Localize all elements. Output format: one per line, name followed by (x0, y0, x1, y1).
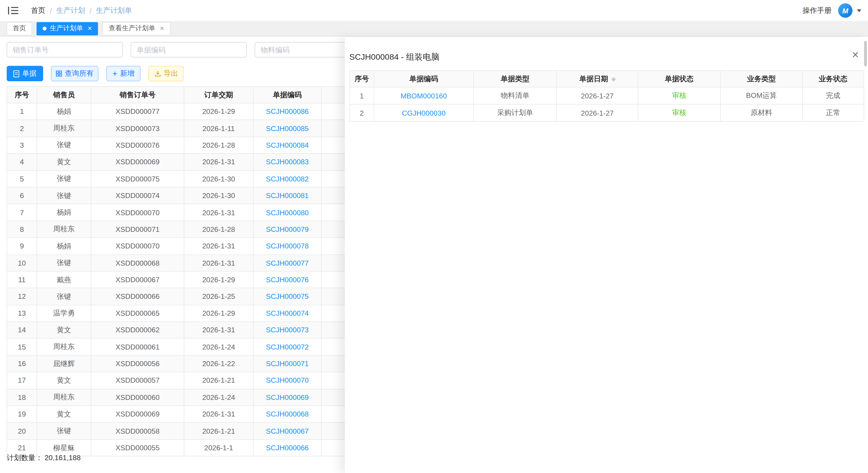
drawer-close-icon[interactable]: ✕ (852, 51, 859, 60)
row-doc-code-link[interactable]: SCJH000074 (266, 309, 309, 317)
drawer-col-no: 序号 (349, 70, 374, 87)
query-all-button-label: 查询所有 (65, 69, 94, 79)
row-doc-code-link[interactable]: SCJH000075 (266, 293, 309, 301)
tab-view-production-plan-order[interactable]: 查看生产计划单 ✕ (102, 22, 170, 35)
row-doc-code-link[interactable]: SCJH000082 (266, 175, 309, 183)
row-doc-code-link[interactable]: SCJH000078 (266, 242, 309, 250)
row-doc-code: SCJH000074 (253, 305, 321, 322)
row-salesperson: 周桂东 (37, 389, 91, 406)
row-doc-code: SCJH000070 (253, 372, 321, 389)
document-button-label: 单据 (22, 69, 36, 79)
tab-production-plan-order[interactable]: 生产计划单 ✕ (36, 22, 98, 35)
row-doc-code: SCJH000066 (253, 440, 321, 457)
row-doc-code-link[interactable]: SCJH000083 (266, 158, 309, 166)
drawer-table-body: 1MBOM000160物料清单2026-1-27审核BOM运算完成2CGJH00… (349, 87, 864, 122)
manual-link[interactable]: 操作手册 (803, 5, 832, 15)
tab-home[interactable]: 首页 (7, 22, 32, 35)
row-salesperson: 温学勇 (37, 305, 91, 322)
row-doc-code-link[interactable]: SCJH000073 (266, 326, 309, 334)
app-logo[interactable]: M (838, 3, 852, 18)
row-sales-order: XSDD000065 (91, 305, 184, 322)
row-due-date: 2026-1-21 (184, 372, 253, 389)
row-doc-code: SCJH000075 (253, 288, 321, 305)
row-salesperson: 屈继辉 (37, 355, 91, 372)
row-doc-code: SCJH000083 (253, 154, 321, 170)
row-doc-code: SCJH000081 (253, 187, 321, 204)
plan-quantity-summary: 计划数量： 20,161,188 (7, 453, 81, 463)
tab-close-icon[interactable]: ✕ (160, 25, 164, 31)
row-no: 16 (7, 355, 37, 372)
row-doc-code-link[interactable]: SCJH000072 (266, 343, 309, 351)
drawer-col-doc-type: 单据类型 (474, 70, 557, 87)
top-header: 首页 / 生产计划 / 生产计划单 操作手册 M (0, 0, 868, 21)
row-doc-code-link[interactable]: SCJH000081 (266, 191, 309, 200)
row-sales-order: XSDD000076 (91, 137, 184, 154)
row-due-date: 2026-1-28 (184, 221, 253, 238)
row-salesperson: 黄文 (37, 154, 91, 170)
tab-bar: 首页 生产计划单 ✕ 查看生产计划单 ✕ (0, 21, 868, 36)
row-no: 5 (7, 170, 37, 187)
row-salesperson: 杨娟 (37, 238, 91, 255)
scrollbar-thumb[interactable] (864, 41, 867, 66)
row-doc-code-link[interactable]: SCJH000071 (266, 360, 309, 368)
row-doc-code-link[interactable]: SCJH000084 (266, 141, 309, 149)
row-doc-code-link[interactable]: SCJH000076 (266, 275, 309, 284)
tab-close-icon[interactable]: ✕ (88, 25, 92, 31)
row-doc-code-link[interactable]: SCJH000067 (266, 427, 309, 435)
breadcrumb-production-plan-order[interactable]: 生产计划单 (96, 5, 132, 15)
row-salesperson: 张键 (37, 288, 91, 305)
row-doc-code-link[interactable]: SCJH000085 (266, 124, 309, 133)
download-icon (154, 70, 161, 77)
active-dot-icon (42, 27, 46, 30)
row-doc-code-link[interactable]: SCJH000066 (266, 444, 309, 452)
row-no: 1 (349, 87, 374, 104)
sort-icon (611, 77, 616, 81)
row-due-date: 2026-1-28 (184, 137, 253, 154)
row-sales-order: XSDD000069 (91, 154, 184, 170)
row-salesperson: 张键 (37, 255, 91, 271)
user-menu-caret-icon[interactable] (857, 9, 861, 12)
doc-code-input[interactable] (131, 42, 247, 57)
row-sales-order: XSDD000070 (91, 204, 184, 221)
document-icon (13, 70, 20, 77)
row-salesperson: 杨娟 (37, 204, 91, 221)
row-doc-code: SCJH000085 (253, 120, 321, 137)
row-salesperson: 杨娟 (37, 103, 91, 120)
row-doc-code-link[interactable]: SCJH000080 (266, 208, 309, 216)
document-button[interactable]: 单据 (7, 66, 43, 81)
row-due-date: 2026-1-29 (184, 103, 253, 120)
drawer-col-doc-code: 单据编码 (374, 70, 474, 87)
row-doc-code-link[interactable]: SCJH000079 (266, 225, 309, 233)
row-biz-status: 完成 (802, 87, 864, 104)
row-doc-code-link[interactable]: MBOM000160 (401, 92, 447, 100)
row-due-date: 2026-1-29 (184, 271, 253, 288)
row-doc-code-link[interactable]: CGJH000030 (402, 109, 446, 117)
row-no: 10 (7, 255, 37, 271)
menu-fold-icon[interactable] (8, 6, 19, 15)
drawer-col-doc-status: 单据状态 (638, 70, 720, 87)
row-doc-code-link[interactable]: SCJH000086 (266, 107, 309, 115)
logo-letter: M (842, 6, 848, 14)
drawer-col-doc-date[interactable]: 单据日期 (557, 70, 638, 87)
row-doc-code-link[interactable]: SCJH000068 (266, 410, 309, 418)
export-button-label: 导出 (163, 69, 178, 79)
breadcrumb-separator: / (90, 6, 92, 14)
row-salesperson: 周桂东 (37, 120, 91, 137)
breadcrumb-home[interactable]: 首页 (31, 5, 45, 15)
row-salesperson: 戴燕 (37, 271, 91, 288)
row-doc-status: 审核 (638, 87, 720, 104)
drawer-col-biz-type: 业务类型 (720, 70, 802, 87)
export-button[interactable]: 导出 (148, 66, 184, 81)
row-doc-code-link[interactable]: SCJH000077 (266, 259, 309, 267)
row-doc-code: SCJH000084 (253, 137, 321, 154)
query-all-button[interactable]: 查询所有 (51, 66, 98, 81)
row-doc-code-link[interactable]: SCJH000069 (266, 393, 309, 401)
row-doc-code-link[interactable]: SCJH000070 (266, 376, 309, 384)
tab-label: 首页 (13, 24, 26, 33)
row-no: 9 (7, 238, 37, 255)
row-due-date: 2026-1-21 (184, 423, 253, 440)
sales-order-input[interactable] (7, 42, 123, 57)
row-biz-type: 原材料 (720, 104, 802, 122)
breadcrumb-production-plan[interactable]: 生产计划 (56, 5, 85, 15)
add-button[interactable]: + 新增 (106, 66, 141, 81)
